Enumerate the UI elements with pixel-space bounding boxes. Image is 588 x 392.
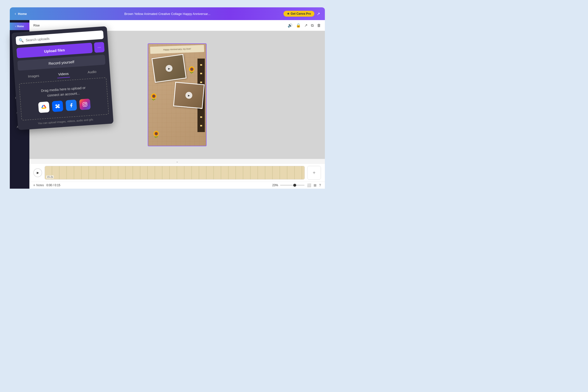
instagram-button[interactable] — [79, 98, 91, 110]
timeline-track[interactable]: 15.2s — [44, 166, 305, 180]
bottom-icons: ⬜ ⊞ ? — [307, 183, 321, 187]
chevron-down-icon: ⌄ — [176, 160, 178, 163]
drop-zone[interactable]: Drag media here to upload orconnect an a… — [19, 77, 109, 120]
notes-button[interactable]: ≡ Notes — [33, 184, 44, 187]
top-bar-actions: ↗ — [317, 12, 320, 16]
more-options-button[interactable]: ··· — [94, 42, 104, 53]
film-hole — [200, 125, 202, 126]
upload-panel: 🔍 Upload files ··· Record yourself Image… — [12, 26, 114, 130]
document-title: Brown Yellow Animated Creative Collage H… — [124, 12, 210, 16]
lock-icon[interactable]: 🔒 — [296, 23, 301, 28]
svg-rect-0 — [83, 102, 87, 106]
zoom-slider[interactable] — [280, 185, 304, 186]
anniversary-text: Happy Anniversary, my love! — [152, 47, 202, 52]
sidebar-home[interactable]: ‹ Home — [10, 22, 30, 30]
zoom-area: 23% — [272, 184, 304, 187]
canvas-card-inner: Happy Anniversary, my love! — [148, 44, 206, 146]
canvas-style-label: Rise — [33, 24, 40, 27]
timeline-area: ⌄ ▶ 15.2s + ≡ Notes — [30, 159, 325, 189]
timeline-track-inner — [45, 166, 304, 179]
timeline-content: ▶ 15.2s + — [30, 164, 325, 182]
time-display: 0:00 / 0:15 — [46, 184, 60, 187]
dropbox-button[interactable] — [52, 100, 63, 112]
trash-icon[interactable]: 🗑 — [317, 23, 321, 28]
tab-images[interactable]: Images — [24, 72, 43, 80]
crown-icon: ★ — [287, 12, 290, 16]
canvas-card[interactable]: Happy Anniversary, my love! — [148, 43, 206, 146]
google-drive-button[interactable] — [38, 102, 50, 113]
svg-point-2 — [86, 103, 86, 104]
film-hole — [200, 73, 202, 74]
get-pro-button[interactable]: ★ Get Canva Pro — [284, 11, 314, 17]
back-icon[interactable]: ‹ — [15, 12, 16, 16]
play-pause-button[interactable]: ▶ — [33, 168, 42, 177]
tab-videos[interactable]: Videos — [54, 70, 73, 78]
photo-1: ▶ — [152, 54, 187, 82]
tab-audio[interactable]: Audio — [84, 68, 101, 76]
notes-icon: ≡ — [33, 184, 35, 187]
play-button-1[interactable]: ▶ — [165, 64, 173, 72]
facebook-button[interactable] — [66, 100, 77, 111]
grid-icon[interactable]: ⊞ — [314, 183, 316, 187]
film-hole — [200, 116, 202, 118]
timeline-bottom-bar: ≡ Notes 0:00 / 0:15 23% ⬜ ⊞ ? — [30, 182, 325, 189]
volume-icon[interactable]: 🔊 — [288, 23, 292, 28]
zoom-label: 23% — [272, 184, 278, 187]
help-icon[interactable]: ? — [319, 183, 321, 187]
top-bar: ‹ Home Brown Yellow Animated Creative Co… — [10, 7, 325, 20]
sunflower-2: 🌻 — [150, 93, 158, 101]
connect-icons — [25, 98, 104, 114]
photo-2: ▶ — [173, 82, 204, 109]
sidebar-home-label: Home — [17, 25, 24, 28]
add-scene-button[interactable]: + — [307, 166, 321, 180]
desktop-icon[interactable]: ⬜ — [307, 183, 311, 187]
search-input[interactable] — [26, 33, 100, 42]
chevron-left-icon: ‹ — [15, 25, 16, 28]
share-icon[interactable]: ↗ — [317, 12, 320, 16]
share-icon[interactable]: ↗ — [304, 23, 308, 28]
zoom-thumb — [293, 184, 296, 187]
copy-icon[interactable]: ⧉ — [311, 23, 314, 28]
play-button-2[interactable]: ▶ — [185, 92, 192, 99]
home-label[interactable]: Home — [18, 12, 27, 16]
sunflower-3: 🌻 — [152, 130, 160, 138]
sunflower-1: 🌻 — [188, 66, 196, 74]
canvas-toolbar-icons: 🔊 🔒 ↗ ⧉ 🗑 — [288, 23, 321, 28]
svg-point-1 — [84, 103, 86, 105]
timeline-duration: 15.2s — [46, 176, 54, 178]
timeline-toggle[interactable]: ⌄ — [30, 159, 325, 164]
film-hole — [200, 82, 202, 83]
drop-zone-text: Drag media here to upload orconnect an a… — [24, 84, 103, 100]
upload-files-button[interactable]: Upload files — [16, 43, 92, 58]
film-hole — [200, 64, 202, 66]
search-icon: 🔍 — [18, 38, 24, 43]
